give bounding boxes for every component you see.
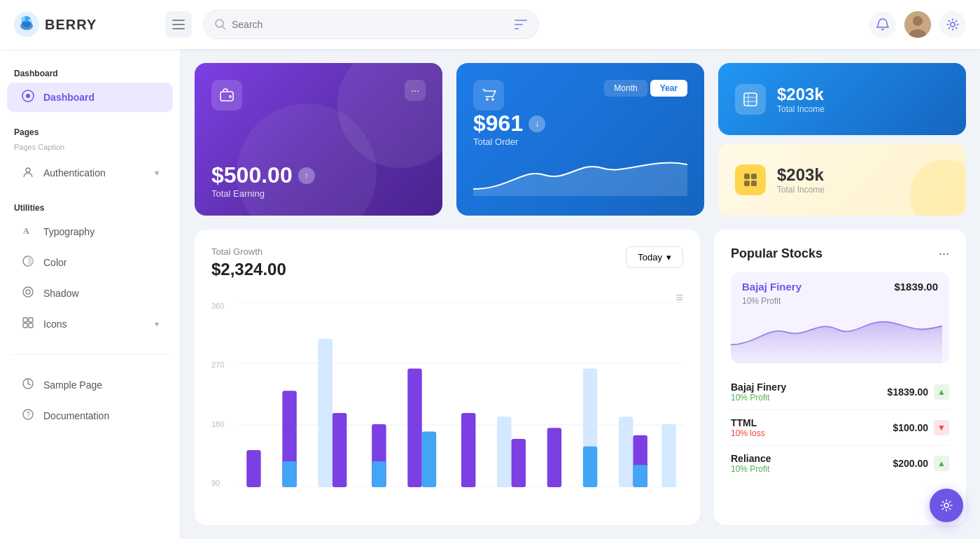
- svg-point-3: [21, 17, 25, 21]
- income-blue-info: $203k Total Income: [777, 85, 825, 114]
- featured-stock-price: $1839.00: [894, 281, 938, 293]
- color-icon: [21, 255, 35, 270]
- stock-info-bajaj: Bajaj Finery 10% Profit: [731, 382, 786, 402]
- svg-point-33: [486, 98, 489, 101]
- fab-gear-icon: [939, 498, 953, 512]
- utilities-section-title: Utilities: [0, 197, 180, 216]
- order-card-top: Month Year: [473, 80, 687, 111]
- sidebar-item-shadow[interactable]: Shadow: [7, 279, 173, 308]
- y-label-180: 180: [211, 420, 237, 428]
- stock-profit-ttml: 10% loss: [731, 428, 765, 438]
- svg-rect-51: [332, 413, 346, 487]
- fab-button[interactable]: [930, 489, 963, 522]
- stocks-menu-button[interactable]: ···: [939, 246, 949, 261]
- svg-text:A: A: [23, 226, 29, 236]
- header-settings-button[interactable]: [939, 11, 966, 38]
- sidebar-item-color[interactable]: Color: [7, 248, 173, 277]
- top-cards: ··· $500.00 ↑ Total Earning: [195, 63, 966, 216]
- svg-rect-27: [29, 323, 33, 328]
- svg-rect-53: [372, 461, 386, 487]
- today-chevron: ▾: [666, 252, 671, 262]
- stock-price-ttml: $100.00: [892, 422, 928, 433]
- documentation-icon: ?: [21, 408, 35, 424]
- bar-chart: ≡ 360 270 180 90: [211, 290, 683, 508]
- earning-card: ··· $500.00 ↑ Total Earning: [195, 63, 442, 216]
- featured-stock-wave: [731, 307, 942, 363]
- svg-rect-11: [514, 24, 523, 25]
- documentation-label: Documentation: [43, 410, 109, 421]
- stock-badge-ttml: ▼: [934, 420, 949, 435]
- stock-price-bajaj: $1839.00: [888, 386, 928, 398]
- svg-point-34: [491, 98, 494, 101]
- search-icon: [215, 19, 226, 30]
- stock-right-ttml: $100.00 ▼: [892, 420, 949, 435]
- order-card-label: Total Order: [473, 136, 687, 147]
- stock-info-ttml: TTML 10% loss: [731, 417, 765, 438]
- chart-y-labels: 360 270 180 90: [211, 302, 237, 487]
- svg-rect-35: [744, 93, 757, 106]
- income-blue-icon: [735, 84, 766, 115]
- auth-icon: [21, 165, 35, 181]
- earning-card-amount: $500.00 ↑: [211, 162, 426, 188]
- svg-rect-6: [172, 24, 185, 25]
- search-input[interactable]: [232, 19, 509, 30]
- chart-menu-button[interactable]: ≡: [676, 290, 683, 305]
- notification-button[interactable]: [869, 11, 896, 38]
- svg-rect-49: [282, 461, 296, 487]
- stock-row-ttml: TTML 10% loss $100.00 ▼: [731, 410, 949, 446]
- sidebar-item-authentication[interactable]: Authentication ▾: [7, 158, 173, 188]
- svg-rect-32: [229, 95, 232, 98]
- svg-rect-24: [23, 318, 27, 322]
- svg-rect-5: [172, 20, 185, 21]
- logo-icon: [14, 12, 39, 37]
- sidebar: Dashboard Dashboard Pages Pages Caption …: [0, 49, 181, 539]
- order-card-icon: [473, 80, 504, 111]
- svg-rect-62: [619, 416, 633, 487]
- logo-area: BERRY: [14, 12, 154, 37]
- svg-rect-50: [318, 339, 332, 487]
- sidebar-item-documentation[interactable]: ? Documentation: [7, 401, 173, 430]
- color-label: Color: [43, 257, 66, 268]
- toggle-year-button[interactable]: Year: [650, 80, 687, 97]
- main-content: ··· $500.00 ↑ Total Earning: [181, 49, 980, 539]
- svg-rect-40: [751, 174, 757, 179]
- stocks-header: Popular Stocks ···: [731, 246, 949, 261]
- icons-icon: [21, 316, 35, 332]
- income-blue-amount: $203k: [777, 85, 825, 104]
- stock-right-reliance: $200.00 ▲: [892, 456, 949, 471]
- svg-rect-58: [512, 439, 526, 487]
- sidebar-item-icons[interactable]: Icons ▾: [7, 309, 173, 339]
- svg-point-22: [23, 287, 33, 297]
- svg-point-18: [26, 94, 30, 98]
- bottom-row: Total Growth $2,324.00 Today ▾ ≡ 360: [195, 230, 966, 525]
- y-label-270: 270: [211, 360, 237, 369]
- stock-badge-bajaj: ▲: [934, 384, 949, 400]
- svg-rect-39: [744, 174, 750, 179]
- svg-rect-10: [514, 20, 527, 21]
- stock-name-ttml: TTML: [731, 417, 765, 428]
- growth-title: Total Growth: [211, 246, 286, 257]
- income-yellow-info: $203k Total Income: [777, 165, 825, 195]
- toggle-month-button[interactable]: Month: [604, 80, 647, 97]
- stock-name-bajaj: Bajaj Finery: [731, 382, 786, 393]
- svg-point-14: [913, 16, 923, 26]
- svg-rect-26: [23, 323, 27, 328]
- today-button[interactable]: Today ▾: [626, 246, 683, 268]
- stock-row-bajaj: Bajaj Finery 10% Profit $1839.00 ▲: [731, 374, 949, 410]
- order-card-toggle: Month Year: [604, 80, 687, 97]
- featured-stock-name: Bajaj Finery: [742, 281, 802, 293]
- sidebar-item-typography[interactable]: A Typography: [7, 217, 173, 246]
- sidebar-item-dashboard[interactable]: Dashboard: [7, 83, 173, 112]
- menu-button[interactable]: [165, 11, 192, 38]
- svg-rect-64: [633, 465, 647, 487]
- sidebar-item-sample-page[interactable]: Sample Page: [7, 370, 173, 400]
- svg-line-9: [223, 27, 225, 29]
- income-card-blue: $203k Total Income: [718, 63, 966, 135]
- avatar[interactable]: [904, 11, 931, 38]
- growth-info: Total Growth $2,324.00: [211, 246, 286, 279]
- svg-rect-12: [514, 28, 519, 29]
- income-yellow-label: Total Income: [777, 185, 825, 195]
- shadow-label: Shadow: [43, 288, 79, 299]
- earning-card-menu-button[interactable]: ···: [405, 80, 426, 101]
- stock-right-bajaj: $1839.00 ▲: [888, 384, 949, 400]
